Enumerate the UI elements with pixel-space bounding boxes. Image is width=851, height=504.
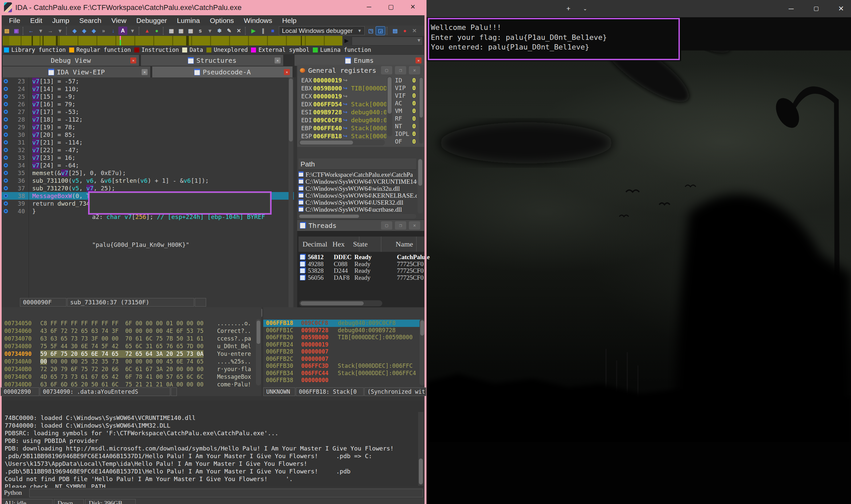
threads-header-decimal[interactable]: Decimal xyxy=(302,240,327,249)
minimize-icon[interactable]: ─ xyxy=(783,0,799,17)
register-row[interactable]: EBP006FFE40↪Stack[0000 xyxy=(299,124,386,132)
colors-menu-icon[interactable]: ▾ xyxy=(128,26,137,35)
stack-row[interactable]: 006FFB34006FFC44Stack[0000DDEC]:006FFC4 xyxy=(263,370,424,377)
register-row[interactable]: EDX006FFD54↪Stack[0000 xyxy=(299,100,386,108)
jump-value-icon[interactable]: ◈ xyxy=(89,26,99,35)
navigation-band[interactable] xyxy=(3,36,342,46)
navband-arrow-icon[interactable]: ▶ xyxy=(344,37,349,44)
module-row[interactable]: C:\Windows\SysWOW64\VCRUNTIME140.dll xyxy=(299,178,417,185)
hex-row[interactable]: 007340B072 20 79 6F 75 72 20 66 6C 61 67… xyxy=(2,365,261,373)
nav-forward-menu-icon[interactable]: ▾ xyxy=(55,26,65,35)
menu-help[interactable]: Help xyxy=(277,17,302,24)
breakpoint-dot[interactable] xyxy=(4,102,8,106)
stack-row[interactable]: 006FFB2400000019 xyxy=(263,341,424,348)
maximize-icon[interactable]: ▢ xyxy=(808,0,825,17)
code-line[interactable]: 34v7[24] = -64; xyxy=(2,161,294,169)
create-data-icon[interactable]: ▦ xyxy=(177,26,185,35)
hexview-scrollbar-thumb[interactable] xyxy=(256,321,260,344)
module-row[interactable]: C:\Windows\SysWOW64\KERNELBASE.dll xyxy=(299,192,417,199)
close-icon[interactable]: ✕ xyxy=(404,1,422,13)
menu-file[interactable]: File xyxy=(4,17,25,24)
tab-close-icon[interactable]: ✕ xyxy=(130,57,136,64)
registers-pane-titlebar[interactable]: General registers ▢ ❐ ✕ xyxy=(297,65,424,76)
thread-row[interactable]: 53828D244Ready77725CF0 xyxy=(299,267,424,274)
thread-row[interactable]: 56056DAF8Ready77725CF0 xyxy=(299,274,424,281)
tab-enums[interactable]: Enums✕ xyxy=(295,55,424,66)
breakpoint-dot[interactable] xyxy=(4,194,8,198)
registers-list[interactable]: EAX00000019↪EBX0059B000↪TIB[0000DDECX000… xyxy=(299,76,386,140)
delete-icon[interactable]: ✕ xyxy=(234,26,243,35)
flag-row[interactable]: IOPL0 xyxy=(395,130,418,138)
code-line[interactable]: 23v7[13] = -57; xyxy=(2,77,294,85)
patch-icon[interactable]: ❄ xyxy=(215,26,224,35)
maximize-icon[interactable]: ▢ xyxy=(381,66,392,74)
nav-back-icon[interactable]: ← xyxy=(26,26,36,35)
code-line[interactable]: 25v7[15] = -9; xyxy=(2,93,294,100)
maximize-icon[interactable]: ▢ xyxy=(381,221,392,230)
tab-close-icon[interactable]: ✕ xyxy=(284,69,290,75)
more-menu-icon[interactable]: ▾ xyxy=(206,26,214,35)
hex-row[interactable]: 0073408075 5F 44 30 6E 74 5F 42 65 6C 31… xyxy=(2,343,261,350)
registers-scrollbar-thumb[interactable] xyxy=(388,77,392,114)
float-icon[interactable]: ❐ xyxy=(395,66,406,74)
output-scrollbar-thumb[interactable] xyxy=(419,458,423,484)
nav-back-menu-icon[interactable]: ▾ xyxy=(36,26,45,35)
set-colors-icon[interactable]: A xyxy=(118,26,127,35)
register-row[interactable]: ESI009B9728↪debug040:0 xyxy=(299,108,386,116)
edit-icon[interactable]: ✎ xyxy=(225,26,234,35)
new-tab-icon[interactable]: + xyxy=(560,0,577,17)
code-line[interactable]: 28v7[18] = -112; xyxy=(2,115,294,123)
tab-debug-view[interactable]: Debug View✕ xyxy=(3,55,139,66)
code-line[interactable]: 29v7[19] = 78; xyxy=(2,123,294,131)
navband-recent-dropdown[interactable]: ▼ xyxy=(352,37,423,46)
cpu-flags-list[interactable]: ID0VIP0VIF0AC0VM0RF0NT0IOPL0OF0 xyxy=(395,76,418,145)
menu-windows[interactable]: Windows xyxy=(239,17,277,24)
register-row[interactable]: ECX00000019↪ xyxy=(299,92,386,100)
threads-header-name[interactable]: Name xyxy=(395,240,413,249)
jump-down-icon[interactable]: ↓ xyxy=(109,26,118,35)
menu-search[interactable]: Search xyxy=(74,17,106,24)
menu-options[interactable]: Options xyxy=(205,17,239,24)
breakpoint-dot[interactable] xyxy=(4,140,8,145)
flags-scrollbar-thumb[interactable] xyxy=(420,78,423,118)
breakpoint-dot[interactable] xyxy=(4,125,8,129)
jump-xref-icon[interactable]: » xyxy=(99,26,108,35)
module-row[interactable]: C:\Windows\SysWOW64\USER32.dll xyxy=(299,199,417,206)
save-icon[interactable]: ▣ xyxy=(12,26,21,35)
hex-row[interactable]: 0073407063 63 65 73 73 3F 00 00 70 61 6C… xyxy=(2,335,261,343)
terminal-titlebar[interactable]: C:\ F:\CTFWorkspace\CatchPalu.e ✕ + ⌄ ─ … xyxy=(426,0,851,17)
stack-row[interactable]: 006FFB1C009B9728debug040:009B9728 xyxy=(263,327,424,334)
continue-process-icon[interactable]: ◲ xyxy=(376,26,385,35)
tab-close-icon[interactable]: ✕ xyxy=(415,57,422,64)
debugger-selector[interactable]: Local Windows debugger▼ xyxy=(279,26,365,35)
flag-row[interactable]: VIF0 xyxy=(395,92,418,100)
register-row[interactable]: ESP006FFB18↪Stack[0000 xyxy=(299,132,386,140)
register-row[interactable]: EBX0059B000↪TIB[0000DD xyxy=(299,84,386,92)
hex-row[interactable]: 0073409059 6F 75 20 65 6E 74 65 72 65 64… xyxy=(2,350,261,358)
code-line[interactable]: 31v7[21] = -114; xyxy=(2,139,294,146)
flag-row[interactable]: RF0 xyxy=(395,114,418,123)
stack-row[interactable]: 006FFB2C00000007 xyxy=(263,356,424,363)
breakpoint-dot[interactable] xyxy=(4,201,8,206)
module-list-icon[interactable]: ▤ xyxy=(391,26,400,35)
ida-titlebar[interactable]: IDA - CatchPalu.exe F:\CTFWorkspace\Catc… xyxy=(0,0,426,15)
tab-dropdown-icon[interactable]: ⌄ xyxy=(577,0,593,17)
code-line[interactable]: 30v7[20] = 85; xyxy=(2,131,294,139)
register-row[interactable]: EDI009C0CF8↪debug040:0 xyxy=(299,116,386,124)
tab-pseudocode-a[interactable]: Pseudocode-A✕ xyxy=(152,67,292,77)
breakpoint-list-icon[interactable]: ▲ xyxy=(143,26,152,35)
code-line[interactable]: 26v7[16] = 79; xyxy=(2,100,294,108)
create-struct-icon[interactable]: ▦ xyxy=(186,26,195,35)
maximize-icon[interactable]: ▢ xyxy=(382,1,400,13)
menu-debugger[interactable]: Debugger xyxy=(131,17,172,24)
add-string-icon[interactable]: s xyxy=(196,26,205,35)
breakpoint-dot[interactable] xyxy=(4,171,8,175)
stop-process-icon[interactable]: ■ xyxy=(268,26,277,35)
menu-jump[interactable]: Jump xyxy=(47,17,74,24)
close-icon[interactable]: ✕ xyxy=(833,0,849,17)
breakpoint-dot[interactable] xyxy=(4,79,8,84)
modules-hscrollbar-thumb[interactable] xyxy=(299,215,359,218)
breakpoint-dot[interactable] xyxy=(4,110,8,114)
breakpoint-dot[interactable] xyxy=(4,148,8,152)
jump-address-icon[interactable]: ◈ xyxy=(70,26,79,35)
